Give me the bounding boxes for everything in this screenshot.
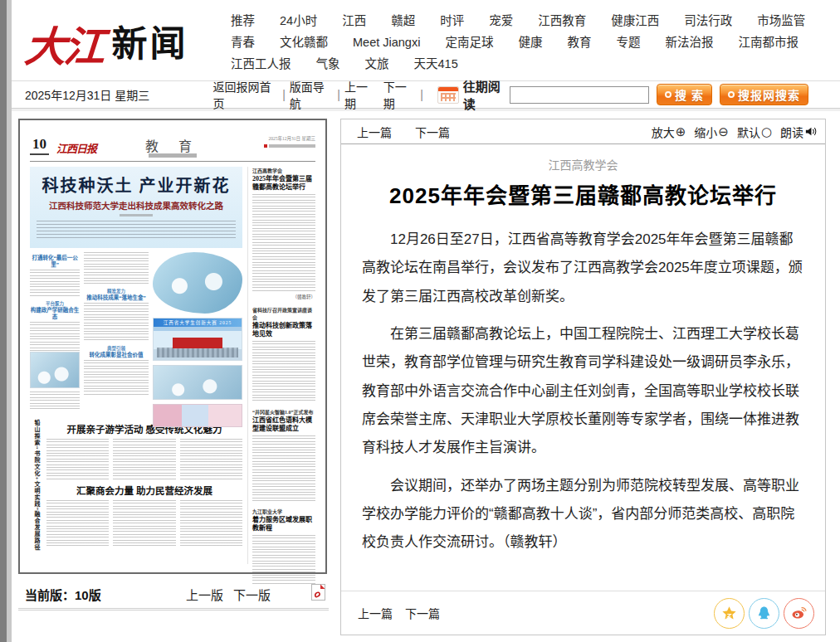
footer-next-article-link[interactable]: 下一篇	[405, 605, 440, 621]
archive-link[interactable]: 往期阅读	[463, 77, 510, 112]
next-page-link[interactable]: 下一版	[233, 586, 271, 603]
separator: |	[420, 88, 423, 101]
nav-link[interactable]: 司法行政	[684, 10, 732, 32]
qzone-share-button[interactable]	[714, 598, 745, 629]
nav-link[interactable]: 市场监管	[757, 10, 805, 32]
window-edge	[0, 0, 7, 642]
crowd-figures	[157, 348, 238, 357]
page-pager: 当前版：10版 上一版 下一版	[18, 584, 329, 610]
text-lines	[84, 252, 149, 285]
default-size-button[interactable]: 默认○	[737, 124, 772, 140]
pdf-icon[interactable]	[311, 584, 325, 603]
article-paragraph: 会议期间，还举办了两场主题分别为师范院校转型发展、高等职业学校办学能力评价的“赣…	[362, 472, 804, 557]
qq-icon	[755, 605, 773, 622]
nav-row-2: 青春文化赣鄱Meet Jiangxi定南足球健康教育专题新法治报江南都市报	[231, 32, 823, 53]
nav-link[interactable]: 推荐	[231, 10, 255, 32]
text-lines	[84, 303, 149, 343]
nav-link[interactable]: 定南足球	[445, 32, 493, 53]
nav-link[interactable]: 气象	[316, 53, 340, 75]
nav-link[interactable]: 新法治报	[665, 32, 713, 53]
right-article-2[interactable]: 省科技厅召开政策宣讲座谈会 推动科技创新政策落地见效	[252, 306, 315, 402]
vertical-headline: 铅山探索“书院文化+文明实践”融合发展路径	[30, 420, 42, 561]
nav-link[interactable]: 健康江西	[611, 10, 659, 32]
nav-link[interactable]: 青春	[231, 32, 255, 53]
right-article-4[interactable]: 九江职业大学 着力服务区域发展职教新程	[252, 508, 315, 585]
nav-link[interactable]: 宠爱	[489, 10, 513, 32]
red-banner	[173, 338, 222, 348]
layout-nav-link[interactable]: 版面导航	[290, 78, 334, 111]
text-lines	[84, 360, 149, 396]
share-buttons	[714, 598, 814, 629]
search-area: 搜 索 搜报网搜索	[510, 84, 808, 105]
magnifier-icon	[728, 91, 735, 98]
section-header-4: 典型引领转化成果彰显社会价值	[84, 345, 149, 358]
text-lines	[252, 535, 315, 585]
nav-link[interactable]: 教育	[567, 32, 591, 53]
weibo-share-button[interactable]	[784, 598, 814, 629]
nav-link[interactable]: 江西	[342, 10, 366, 32]
nav-link[interactable]: 时评	[440, 10, 464, 32]
page-root: 大江 新闻 推荐24小时江西赣超时评宠爱江西教育健康江西司法行政市场监管 青春文…	[0, 0, 840, 642]
search-button[interactable]: 搜 索	[657, 84, 712, 105]
footer-prev-article-link[interactable]: 上一篇	[358, 605, 393, 621]
separator: |	[282, 88, 286, 101]
logo-red-text: 大江	[22, 13, 105, 73]
zoom-in-button[interactable]: 放大⊕	[652, 124, 686, 140]
qq-share-button[interactable]	[749, 598, 779, 629]
text-lines	[252, 194, 315, 292]
prev-issue-link[interactable]: 上一期	[344, 78, 377, 111]
text-lines	[252, 341, 315, 402]
nav-link[interactable]: 24小时	[280, 10, 317, 32]
search-input[interactable]	[510, 86, 649, 104]
nav-link[interactable]: 江西教育	[538, 10, 586, 32]
section-header-1: 打通转化“最后一公里”	[30, 255, 80, 268]
article-paragraph: 12月26日至27日，江西省高等教育学会2025年年会暨第三届赣鄱高教论坛在南昌…	[362, 226, 804, 311]
prev-page-link[interactable]: 上一版	[186, 586, 223, 603]
logo-black-text: 新闻	[111, 15, 188, 66]
qzone-icon	[720, 605, 738, 622]
prev-article-link[interactable]: 上一篇	[357, 124, 392, 140]
nav-link[interactable]: 江西工人报	[231, 53, 291, 75]
zoom-out-button[interactable]: 缩小⊖	[694, 124, 729, 140]
paper-section-bar	[149, 153, 197, 158]
site-search-button[interactable]: 搜报网搜索	[720, 84, 808, 105]
newspaper-page-thumbnail[interactable]: 10 江西日报 教 育 2025年12月31日 星期三 科技种沃土 产业开新花 …	[18, 119, 327, 574]
current-page-label: 当前版：10版	[25, 586, 101, 603]
text-columns	[46, 500, 242, 547]
nav-link[interactable]: 专题	[616, 32, 640, 53]
site-logo[interactable]: 大江 新闻	[25, 13, 188, 73]
article-footer-links: 上一篇 下一篇	[358, 605, 440, 621]
text-lines	[30, 270, 80, 298]
next-issue-link[interactable]: 下一期	[383, 78, 416, 111]
read-aloud-button[interactable]: 朗读	[780, 124, 817, 140]
lab-photo	[30, 352, 80, 388]
nav-link[interactable]: 健康	[518, 32, 542, 53]
right-article-1[interactable]: 江西高教学会 2025年年会暨第三届赣鄱高教论坛举行 （赣教轩）	[252, 167, 315, 300]
zoom-in-icon: ⊕	[676, 124, 686, 139]
right-article-kicker: “井冈星火智脑1.0”正式发布	[252, 408, 315, 416]
main-nav: 推荐24小时江西赣超时评宠爱江西教育健康江西司法行政市场监管 青春文化赣鄱Mee…	[231, 10, 823, 75]
speaker-icon	[804, 125, 817, 138]
magnifier-icon	[665, 91, 672, 98]
section-header-3: 精准发力推动科技成果“落地生金”	[84, 288, 149, 301]
nav-link[interactable]: 文化赣鄱	[280, 32, 328, 53]
paper-feature-article[interactable]: 科技种沃土 产业开新花 江西科技师范大学走出科技成果高效转化之路	[30, 167, 242, 248]
paper-masthead: 10 江西日报 教 育 2025年12月31日 星期三	[30, 129, 315, 162]
article-toolbar: 上一篇 下一篇 放大⊕ 缩小⊖ 默认○ 朗读	[341, 119, 825, 144]
paper-middle-columns: 打通转化“最后一公里” 平台聚力构建政产学研融合生态 精准发力推动科技成果“落地…	[30, 252, 242, 415]
nav-link[interactable]: 赣超	[391, 10, 415, 32]
feature-subhead: 江西科技师范大学走出科技成果高效转化之路	[30, 199, 242, 212]
home-link[interactable]: 返回报网首页	[212, 78, 278, 111]
article-kicker: 江西高教学会	[341, 156, 825, 173]
next-article-link[interactable]: 下一篇	[415, 124, 450, 140]
nav-link[interactable]: 江南都市报	[738, 32, 798, 53]
right-article-3[interactable]: “井冈星火智脑1.0”正式发布 江西省红色语料大模型建设联盟成立	[252, 408, 315, 502]
nav-link[interactable]: 文旅	[365, 53, 389, 75]
calendar-icon[interactable]	[437, 86, 459, 104]
product-photo	[153, 404, 242, 427]
nav-link[interactable]: Meet Jiangxi	[353, 32, 420, 53]
article-footer: 上一篇 下一篇	[341, 591, 825, 635]
text-lines	[30, 392, 80, 410]
banner-caption: 江西省大学生创新大赛 2025	[154, 319, 242, 327]
nav-link[interactable]: 天天415	[414, 53, 458, 75]
